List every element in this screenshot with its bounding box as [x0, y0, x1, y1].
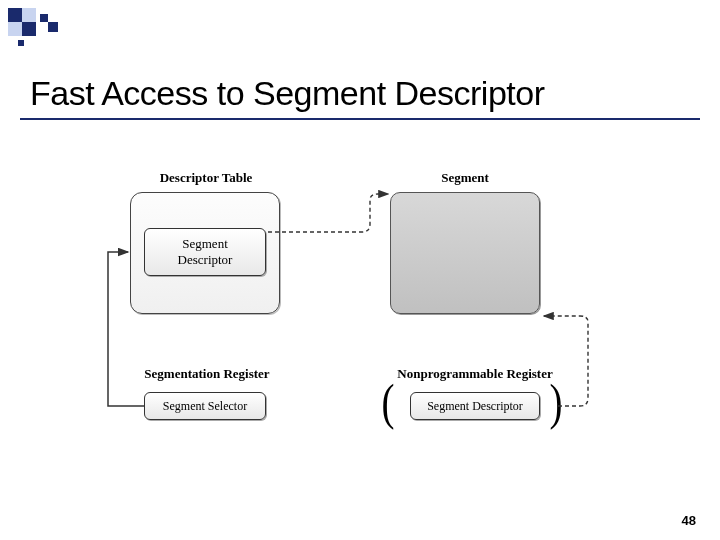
title-underline [20, 118, 700, 120]
segment-selector-box: Segment Selector [144, 392, 266, 420]
label-segmentation-register: Segmentation Register [132, 366, 282, 382]
label-descriptor-table: Descriptor Table [146, 170, 266, 186]
segment-box [390, 192, 540, 314]
segment-descriptor-box: SegmentDescriptor [144, 228, 266, 276]
segment-descriptor-box-2: Segment Descriptor [410, 392, 540, 420]
paren-right: ) [549, 373, 562, 432]
diagram-container: Descriptor Table Segment Segmentation Re… [90, 170, 630, 450]
slide-title: Fast Access to Segment Descriptor [30, 74, 544, 113]
label-nonprogrammable-register: Nonprogrammable Register [385, 366, 565, 382]
paren-left: ( [381, 373, 394, 432]
page-number: 48 [682, 513, 696, 528]
label-segment: Segment [430, 170, 500, 186]
